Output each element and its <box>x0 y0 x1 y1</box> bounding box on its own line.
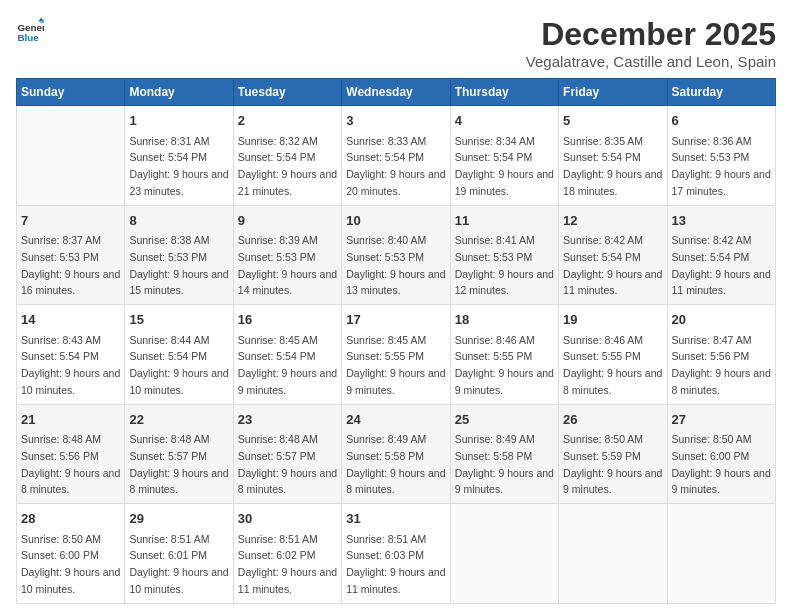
day-number: 7 <box>21 211 120 231</box>
day-cell <box>17 106 125 206</box>
day-number: 10 <box>346 211 445 231</box>
day-number: 27 <box>672 410 771 430</box>
day-cell: 3Sunrise: 8:33 AMSunset: 5:54 PMDaylight… <box>342 106 450 206</box>
day-number: 6 <box>672 111 771 131</box>
day-number: 3 <box>346 111 445 131</box>
day-number: 24 <box>346 410 445 430</box>
day-number: 31 <box>346 509 445 529</box>
day-number: 19 <box>563 310 662 330</box>
day-info: Sunrise: 8:43 AMSunset: 5:54 PMDaylight:… <box>21 334 120 396</box>
day-cell: 27Sunrise: 8:50 AMSunset: 6:00 PMDayligh… <box>667 404 775 504</box>
day-number: 13 <box>672 211 771 231</box>
week-row-3: 14Sunrise: 8:43 AMSunset: 5:54 PMDayligh… <box>17 305 776 405</box>
day-info: Sunrise: 8:47 AMSunset: 5:56 PMDaylight:… <box>672 334 771 396</box>
day-info: Sunrise: 8:31 AMSunset: 5:54 PMDaylight:… <box>129 135 228 197</box>
day-cell: 29Sunrise: 8:51 AMSunset: 6:01 PMDayligh… <box>125 504 233 604</box>
day-number: 16 <box>238 310 337 330</box>
day-cell: 8Sunrise: 8:38 AMSunset: 5:53 PMDaylight… <box>125 205 233 305</box>
day-cell: 15Sunrise: 8:44 AMSunset: 5:54 PMDayligh… <box>125 305 233 405</box>
week-row-5: 28Sunrise: 8:50 AMSunset: 6:00 PMDayligh… <box>17 504 776 604</box>
day-number: 5 <box>563 111 662 131</box>
day-number: 2 <box>238 111 337 131</box>
day-number: 21 <box>21 410 120 430</box>
week-row-2: 7Sunrise: 8:37 AMSunset: 5:53 PMDaylight… <box>17 205 776 305</box>
day-number: 1 <box>129 111 228 131</box>
day-cell: 2Sunrise: 8:32 AMSunset: 5:54 PMDaylight… <box>233 106 341 206</box>
logo-icon: General Blue <box>16 16 44 44</box>
day-cell: 9Sunrise: 8:39 AMSunset: 5:53 PMDaylight… <box>233 205 341 305</box>
day-cell: 14Sunrise: 8:43 AMSunset: 5:54 PMDayligh… <box>17 305 125 405</box>
day-cell: 25Sunrise: 8:49 AMSunset: 5:58 PMDayligh… <box>450 404 558 504</box>
day-info: Sunrise: 8:39 AMSunset: 5:53 PMDaylight:… <box>238 234 337 296</box>
day-cell: 17Sunrise: 8:45 AMSunset: 5:55 PMDayligh… <box>342 305 450 405</box>
day-number: 26 <box>563 410 662 430</box>
day-info: Sunrise: 8:40 AMSunset: 5:53 PMDaylight:… <box>346 234 445 296</box>
day-cell: 18Sunrise: 8:46 AMSunset: 5:55 PMDayligh… <box>450 305 558 405</box>
day-number: 9 <box>238 211 337 231</box>
day-cell: 31Sunrise: 8:51 AMSunset: 6:03 PMDayligh… <box>342 504 450 604</box>
day-info: Sunrise: 8:50 AMSunset: 6:00 PMDaylight:… <box>21 533 120 595</box>
day-cell: 5Sunrise: 8:35 AMSunset: 5:54 PMDaylight… <box>559 106 667 206</box>
day-cell: 28Sunrise: 8:50 AMSunset: 6:00 PMDayligh… <box>17 504 125 604</box>
day-cell <box>559 504 667 604</box>
week-row-4: 21Sunrise: 8:48 AMSunset: 5:56 PMDayligh… <box>17 404 776 504</box>
day-cell: 11Sunrise: 8:41 AMSunset: 5:53 PMDayligh… <box>450 205 558 305</box>
column-header-sunday: Sunday <box>17 79 125 106</box>
header-row: SundayMondayTuesdayWednesdayThursdayFrid… <box>17 79 776 106</box>
day-info: Sunrise: 8:35 AMSunset: 5:54 PMDaylight:… <box>563 135 662 197</box>
day-info: Sunrise: 8:42 AMSunset: 5:54 PMDaylight:… <box>672 234 771 296</box>
day-number: 15 <box>129 310 228 330</box>
day-info: Sunrise: 8:36 AMSunset: 5:53 PMDaylight:… <box>672 135 771 197</box>
day-number: 18 <box>455 310 554 330</box>
day-info: Sunrise: 8:32 AMSunset: 5:54 PMDaylight:… <box>238 135 337 197</box>
title-area: December 2025 Vegalatrave, Castille and … <box>526 16 776 70</box>
day-cell <box>450 504 558 604</box>
day-info: Sunrise: 8:49 AMSunset: 5:58 PMDaylight:… <box>346 433 445 495</box>
day-cell: 30Sunrise: 8:51 AMSunset: 6:02 PMDayligh… <box>233 504 341 604</box>
day-number: 20 <box>672 310 771 330</box>
column-header-friday: Friday <box>559 79 667 106</box>
day-info: Sunrise: 8:46 AMSunset: 5:55 PMDaylight:… <box>455 334 554 396</box>
day-number: 14 <box>21 310 120 330</box>
day-info: Sunrise: 8:50 AMSunset: 6:00 PMDaylight:… <box>672 433 771 495</box>
day-cell: 12Sunrise: 8:42 AMSunset: 5:54 PMDayligh… <box>559 205 667 305</box>
day-cell: 6Sunrise: 8:36 AMSunset: 5:53 PMDaylight… <box>667 106 775 206</box>
column-header-saturday: Saturday <box>667 79 775 106</box>
day-info: Sunrise: 8:45 AMSunset: 5:54 PMDaylight:… <box>238 334 337 396</box>
day-number: 30 <box>238 509 337 529</box>
day-cell: 24Sunrise: 8:49 AMSunset: 5:58 PMDayligh… <box>342 404 450 504</box>
day-info: Sunrise: 8:51 AMSunset: 6:02 PMDaylight:… <box>238 533 337 595</box>
column-header-monday: Monday <box>125 79 233 106</box>
day-number: 22 <box>129 410 228 430</box>
calendar-table: SundayMondayTuesdayWednesdayThursdayFrid… <box>16 78 776 604</box>
day-info: Sunrise: 8:33 AMSunset: 5:54 PMDaylight:… <box>346 135 445 197</box>
day-cell: 23Sunrise: 8:48 AMSunset: 5:57 PMDayligh… <box>233 404 341 504</box>
day-info: Sunrise: 8:51 AMSunset: 6:03 PMDaylight:… <box>346 533 445 595</box>
subtitle: Vegalatrave, Castille and Leon, Spain <box>526 53 776 70</box>
day-info: Sunrise: 8:50 AMSunset: 5:59 PMDaylight:… <box>563 433 662 495</box>
day-info: Sunrise: 8:46 AMSunset: 5:55 PMDaylight:… <box>563 334 662 396</box>
day-info: Sunrise: 8:38 AMSunset: 5:53 PMDaylight:… <box>129 234 228 296</box>
day-number: 17 <box>346 310 445 330</box>
main-title: December 2025 <box>526 16 776 53</box>
day-cell: 4Sunrise: 8:34 AMSunset: 5:54 PMDaylight… <box>450 106 558 206</box>
day-cell: 13Sunrise: 8:42 AMSunset: 5:54 PMDayligh… <box>667 205 775 305</box>
day-info: Sunrise: 8:45 AMSunset: 5:55 PMDaylight:… <box>346 334 445 396</box>
day-number: 4 <box>455 111 554 131</box>
day-number: 25 <box>455 410 554 430</box>
day-info: Sunrise: 8:37 AMSunset: 5:53 PMDaylight:… <box>21 234 120 296</box>
day-number: 29 <box>129 509 228 529</box>
day-cell: 21Sunrise: 8:48 AMSunset: 5:56 PMDayligh… <box>17 404 125 504</box>
day-cell: 10Sunrise: 8:40 AMSunset: 5:53 PMDayligh… <box>342 205 450 305</box>
day-cell: 22Sunrise: 8:48 AMSunset: 5:57 PMDayligh… <box>125 404 233 504</box>
day-number: 12 <box>563 211 662 231</box>
logo: General Blue <box>16 16 44 44</box>
column-header-tuesday: Tuesday <box>233 79 341 106</box>
week-row-1: 1Sunrise: 8:31 AMSunset: 5:54 PMDaylight… <box>17 106 776 206</box>
day-number: 11 <box>455 211 554 231</box>
day-info: Sunrise: 8:48 AMSunset: 5:57 PMDaylight:… <box>238 433 337 495</box>
day-info: Sunrise: 8:51 AMSunset: 6:01 PMDaylight:… <box>129 533 228 595</box>
page-header: General Blue December 2025 Vegalatrave, … <box>16 16 776 70</box>
column-header-thursday: Thursday <box>450 79 558 106</box>
day-cell: 26Sunrise: 8:50 AMSunset: 5:59 PMDayligh… <box>559 404 667 504</box>
